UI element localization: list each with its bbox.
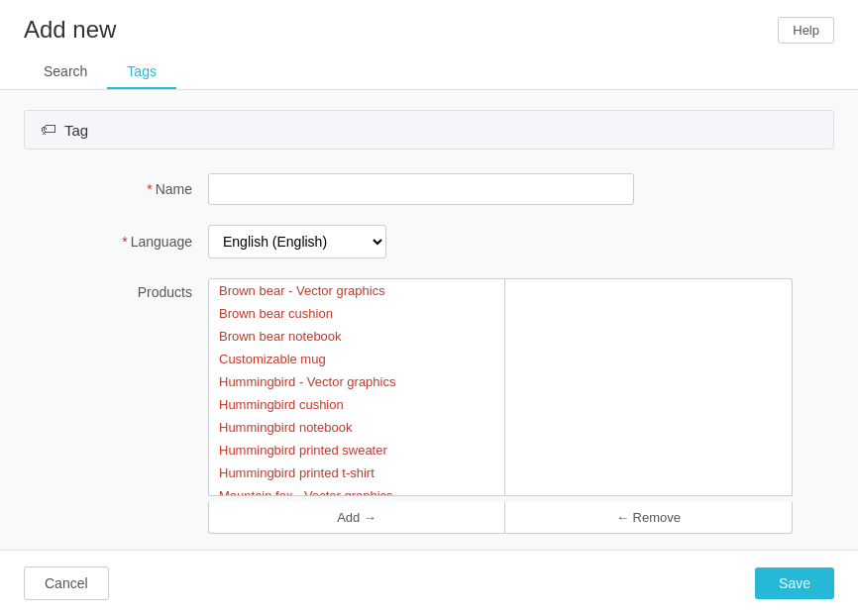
name-row: *Name [24, 173, 834, 205]
tabs: Search Tags [24, 55, 834, 89]
product-list[interactable]: Brown bear - Vector graphicsBrown bear c… [208, 278, 505, 496]
tab-tags[interactable]: Tags [107, 55, 176, 89]
page-title: Add new [24, 16, 116, 44]
list-item[interactable]: Brown bear cushion [209, 302, 504, 325]
section-title: Tag [64, 122, 88, 139]
list-item[interactable]: Mountain fox - Vector graphics [209, 484, 504, 496]
language-required-star: * [122, 234, 127, 250]
language-label: *Language [63, 234, 192, 250]
list-item[interactable]: Hummingbird printed sweater [209, 439, 504, 462]
name-required-star: * [147, 181, 152, 197]
list-item[interactable]: Hummingbird - Vector graphics [209, 370, 504, 393]
save-button[interactable]: Save [755, 567, 834, 577]
remove-button[interactable]: ← Remove [505, 502, 793, 534]
products-controls: Brown bear - Vector graphicsBrown bear c… [208, 278, 793, 534]
language-select[interactable]: English (English) [208, 225, 386, 258]
content-area: 🏷 Tag *Name *Language English (English) … [0, 90, 858, 577]
add-button[interactable]: Add → [208, 502, 505, 534]
footer-bar: Cancel Save [0, 550, 858, 577]
list-action-bar: Add → ← Remove [208, 502, 793, 534]
tag-icon: 🏷 [41, 121, 56, 139]
list-item[interactable]: Brown bear notebook [209, 325, 504, 348]
products-row: Products Brown bear - Vector graphicsBro… [24, 278, 834, 534]
products-label: Products [63, 278, 192, 300]
help-button[interactable]: Help [778, 17, 834, 44]
list-item[interactable]: Hummingbird notebook [209, 416, 504, 439]
language-row: *Language English (English) [24, 225, 834, 258]
list-item[interactable]: Hummingbird printed t-shirt [209, 462, 504, 484]
list-item[interactable]: Brown bear - Vector graphics [209, 279, 504, 302]
list-item[interactable]: Customizable mug [209, 348, 504, 370]
section-header: 🏷 Tag [24, 110, 834, 150]
list-area: Brown bear - Vector graphicsBrown bear c… [208, 278, 793, 496]
name-input[interactable] [208, 173, 634, 205]
name-label: *Name [63, 181, 192, 197]
page-header: Add new Help Search Tags [0, 0, 858, 90]
selected-list [505, 278, 793, 496]
cancel-button[interactable]: Cancel [24, 566, 109, 577]
tab-search[interactable]: Search [24, 55, 107, 89]
list-item[interactable]: Hummingbird cushion [209, 393, 504, 416]
